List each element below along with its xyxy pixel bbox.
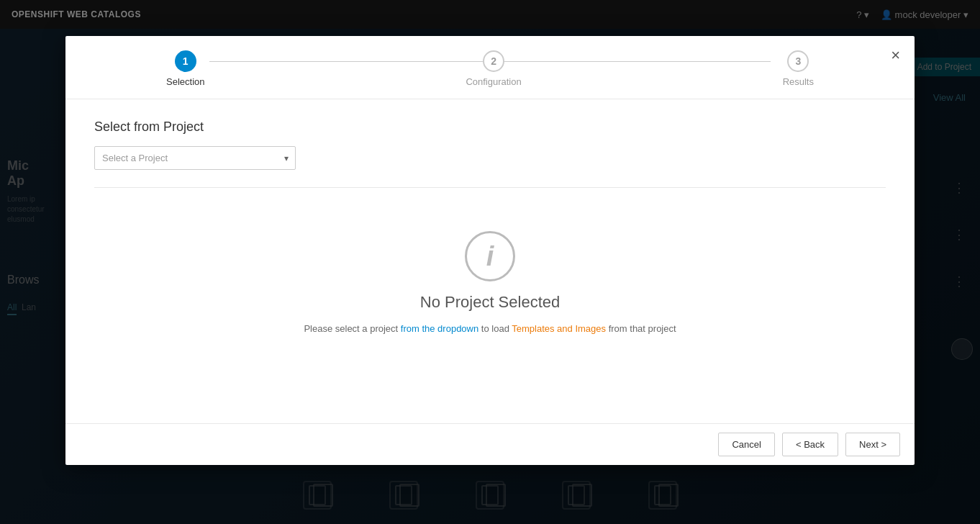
modal-footer: Cancel < Back Next >: [65, 423, 915, 465]
info-icon: i: [465, 231, 515, 281]
step-1-circle: 1: [175, 50, 196, 72]
project-select-dropdown[interactable]: Select a Project: [94, 146, 296, 170]
empty-state: i No Project Selected Please select a pr…: [94, 188, 886, 363]
no-project-description: Please select a project from the dropdow…: [304, 323, 676, 334]
stepper: 1 Selection 2 Configuration 3 Results: [166, 50, 814, 99]
step-3: 3 Results: [783, 50, 814, 87]
step-1-label: Selection: [166, 76, 204, 87]
desc-prefix: Please select a project: [304, 323, 400, 334]
close-button[interactable]: ×: [891, 48, 900, 63]
step-2-circle: 2: [483, 50, 504, 72]
desc-middle: to load: [478, 323, 512, 334]
desc-link: from the dropdown: [401, 323, 478, 334]
modal-dialog: × 1 Selection 2 Configuration 3: [65, 36, 915, 465]
next-button[interactable]: Next >: [845, 433, 900, 456]
step-2: 2 Configuration: [466, 50, 521, 87]
step-3-circle: 3: [787, 50, 809, 72]
desc-suffix: from that project: [606, 323, 676, 334]
step-1: 1 Selection: [166, 50, 204, 87]
modal-header: × 1 Selection 2 Configuration 3: [65, 36, 915, 99]
step-2-label: Configuration: [466, 76, 521, 87]
back-button[interactable]: < Back: [782, 433, 838, 456]
step-3-label: Results: [783, 76, 814, 87]
desc-orange: Templates and Images: [512, 323, 606, 334]
section-title: Select from Project: [94, 119, 886, 135]
modal-body: Select from Project Select a Project ▾ i…: [65, 99, 915, 423]
project-select-wrapper[interactable]: Select a Project ▾: [94, 146, 296, 170]
cancel-button[interactable]: Cancel: [718, 433, 774, 456]
no-project-title: No Project Selected: [420, 293, 560, 312]
